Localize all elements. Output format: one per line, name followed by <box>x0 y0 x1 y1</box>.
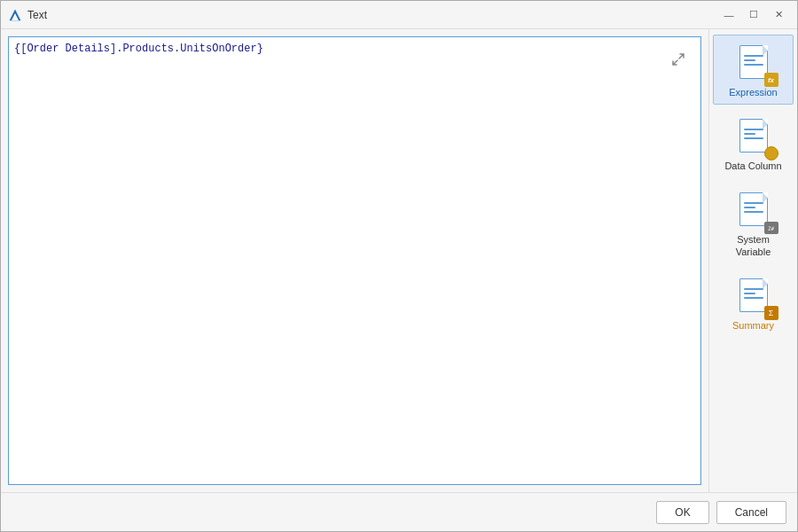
title-controls: — ☐ ✕ <box>717 6 790 24</box>
summary-button[interactable]: Σ Summary <box>713 268 794 338</box>
system-variable-label: SystemVariable <box>736 234 771 257</box>
expression-button[interactable]: fx Expression <box>713 35 794 105</box>
text-editor[interactable]: {[Order Details].Products.UnitsOnOrder} <box>8 36 701 485</box>
right-panel: fx Expression Data Column <box>708 29 797 492</box>
app-logo-icon <box>8 8 22 22</box>
text-area-container: {[Order Details].Products.UnitsOnOrder} <box>1 29 708 492</box>
minimize-button[interactable]: — <box>717 6 740 24</box>
editor-wrapper: {[Order Details].Products.UnitsOnOrder} <box>8 36 701 485</box>
summary-label: Summary <box>732 320 774 332</box>
title-bar: Text — ☐ ✕ <box>1 1 797 29</box>
system-variable-button[interactable]: Z# SystemVariable <box>713 182 794 263</box>
expression-label: Expression <box>729 87 777 98</box>
content-area: {[Order Details].Products.UnitsOnOrder} <box>1 29 797 492</box>
fx-badge: fx <box>764 73 778 87</box>
cancel-button[interactable]: Cancel <box>716 501 786 524</box>
dialog-title: Text <box>27 9 47 21</box>
data-column-button[interactable]: Data Column <box>713 108 794 178</box>
sigma-badge: Σ <box>764 306 778 320</box>
system-variable-icon: Z# <box>732 188 775 231</box>
expression-icon: fx <box>732 41 775 83</box>
footer: OK Cancel <box>1 492 797 531</box>
maximize-button[interactable]: ☐ <box>742 6 765 24</box>
title-bar-left: Text <box>8 8 47 22</box>
sys-badge: Z# <box>764 222 778 234</box>
data-column-label: Data Column <box>724 160 781 172</box>
summary-icon: Σ <box>732 274 775 317</box>
ok-button[interactable]: OK <box>656 501 708 524</box>
column-badge <box>764 146 778 160</box>
close-button[interactable]: ✕ <box>767 6 790 24</box>
text-dialog: Text — ☐ ✕ {[Order Details].Products.Uni… <box>0 0 798 532</box>
data-column-icon <box>732 114 775 157</box>
expand-icon[interactable] <box>669 51 687 68</box>
